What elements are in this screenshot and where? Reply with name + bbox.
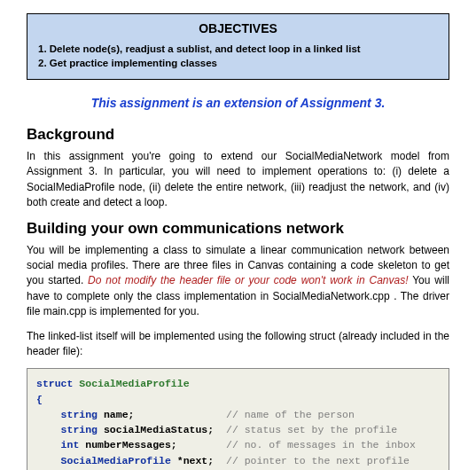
- code-type-name: SocialMediaProfile: [79, 378, 189, 389]
- objectives-item-1: 1. Delete node(s), readjust a sublist, a…: [38, 43, 438, 57]
- code-block: struct SocialMediaProfile { string name;…: [27, 368, 449, 470]
- code-l4-name: *next;: [177, 455, 214, 466]
- code-l2-comment: // status set by the profile: [226, 424, 397, 435]
- background-heading: Background: [27, 126, 449, 144]
- code-l3-type: int: [61, 439, 80, 450]
- document-page: OBJECTIVES 1. Delete node(s), readjust a…: [0, 0, 476, 470]
- objectives-title: OBJECTIVES: [38, 21, 438, 35]
- code-l1-name: name;: [104, 409, 135, 420]
- code-kw-struct: struct: [36, 378, 73, 389]
- code-l4-comment: // pointer to the next profile: [226, 455, 410, 466]
- code-l3-name: numberMessages;: [85, 439, 177, 450]
- code-l2-type: string: [61, 424, 98, 435]
- code-l1-type: string: [61, 409, 98, 420]
- building-p1-warn: Do not modify the header file or your co…: [88, 274, 408, 286]
- code-l3-comment: // no. of messages in the inbox: [226, 439, 416, 450]
- code-l2-name: socialMediaStatus;: [104, 424, 214, 435]
- objectives-list: 1. Delete node(s), readjust a sublist, a…: [38, 43, 438, 70]
- building-paragraph-2: The linked-list itself will be implement…: [27, 329, 449, 360]
- code-l4-type: SocialMediaProfile: [61, 455, 171, 466]
- background-paragraph: In this assignment you're going to exten…: [27, 149, 449, 211]
- code-brace-open: {: [36, 394, 43, 405]
- code-l1-comment: // name of the person: [226, 409, 355, 420]
- building-paragraph-1: You will be implementing a class to simu…: [27, 243, 449, 320]
- objectives-box: OBJECTIVES 1. Delete node(s), readjust a…: [27, 13, 449, 80]
- objectives-item-2: 2. Get practice implementing classes: [38, 57, 438, 71]
- extension-note: This assignment is an extension of Assig…: [27, 96, 449, 110]
- building-heading: Building your own communications network: [27, 220, 449, 238]
